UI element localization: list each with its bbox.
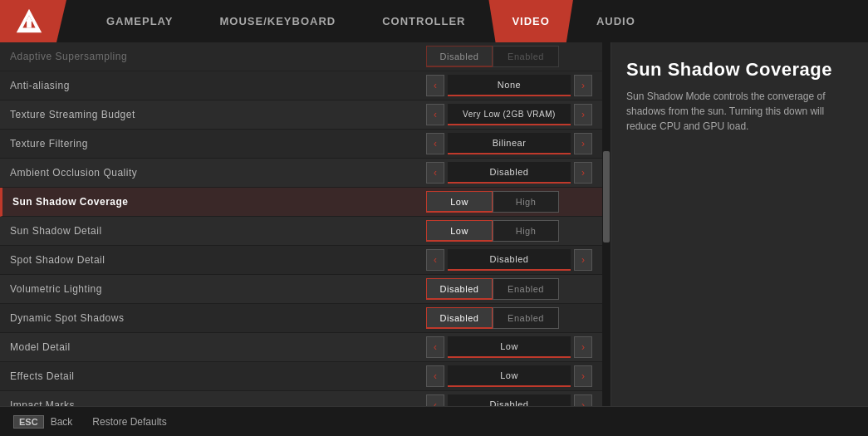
- arrow-right-ambient-occlusion-quality[interactable]: ›: [574, 162, 592, 184]
- toggle-sun-shadow-detail-low[interactable]: Low: [426, 220, 493, 242]
- toggle-sun-shadow-coverage[interactable]: Low High: [426, 191, 559, 213]
- bottom-bar: ESC Back Restore Defaults: [0, 406, 868, 436]
- scroll-thumb[interactable]: [603, 151, 610, 242]
- arrow-left-impact-marks[interactable]: ‹: [426, 394, 444, 406]
- toggle-sun-shadow-coverage-high[interactable]: High: [493, 191, 559, 213]
- toggle-dynamic-spot-shadows-enabled[interactable]: Enabled: [493, 307, 559, 329]
- toggle-sun-shadow-coverage-low[interactable]: Low: [426, 191, 493, 213]
- value-model-detail: Low: [448, 336, 571, 358]
- control-texture-filtering: ‹ Bilinear ›: [426, 133, 592, 154]
- row-dynamic-spot-shadows: Dynamic Spot Shadows Disabled Enabled: [0, 304, 602, 333]
- nav-tabs: GAMEPLAY MOUSE/KEYBOARD CONTROLLER VIDEO…: [66, 0, 868, 42]
- control-dynamic-spot-shadows: Disabled Enabled: [426, 307, 592, 329]
- value-texture-filtering: Bilinear: [448, 133, 571, 154]
- esc-key: ESC: [13, 415, 44, 429]
- tab-gameplay[interactable]: GAMEPLAY: [83, 0, 196, 42]
- value-impact-marks: Disabled: [448, 394, 571, 406]
- row-adaptive-supersampling: Adaptive Supersampling Disabled Enabled: [0, 42, 602, 71]
- row-spot-shadow-detail: Spot Shadow Detail ‹ Disabled ›: [0, 246, 602, 275]
- toggle-dynamic-spot-shadows-disabled[interactable]: Disabled: [426, 307, 493, 329]
- row-ambient-occlusion-quality: Ambient Occlusion Quality ‹ Disabled ›: [0, 159, 602, 188]
- row-effects-detail: Effects Detail ‹ Low ›: [0, 362, 602, 391]
- control-model-detail: ‹ Low ›: [426, 336, 592, 358]
- label-texture-streaming-budget: Texture Streaming Budget: [10, 109, 426, 120]
- arrow-left-model-detail[interactable]: ‹: [426, 336, 444, 358]
- control-texture-streaming-budget: ‹ Very Low (2GB VRAM) ›: [426, 104, 592, 125]
- label-texture-filtering: Texture Filtering: [10, 138, 426, 149]
- settings-list[interactable]: Adaptive Supersampling Disabled Enabled …: [0, 42, 602, 406]
- tab-mouse-keyboard[interactable]: MOUSE/KEYBOARD: [196, 0, 359, 42]
- arrow-left-texture-streaming-budget[interactable]: ‹: [426, 104, 444, 125]
- arrow-right-effects-detail[interactable]: ›: [574, 365, 592, 387]
- info-panel: Sun Shadow Coverage Sun Shadow Mode cont…: [611, 42, 868, 406]
- arrow-right-texture-filtering[interactable]: ›: [574, 133, 592, 154]
- arrow-right-anti-aliasing[interactable]: ›: [574, 75, 592, 96]
- control-impact-marks: ‹ Disabled ›: [426, 394, 592, 406]
- top-nav: GAMEPLAY MOUSE/KEYBOARD CONTROLLER VIDEO…: [0, 0, 868, 42]
- value-ambient-occlusion-quality: Disabled: [448, 162, 571, 184]
- toggle-adaptive-supersampling-enabled[interactable]: Enabled: [493, 46, 559, 67]
- control-sun-shadow-detail: Low High: [426, 220, 592, 242]
- toggle-adaptive-supersampling-disabled[interactable]: Disabled: [426, 46, 493, 67]
- label-ambient-occlusion-quality: Ambient Occlusion Quality: [10, 167, 426, 179]
- arrow-right-model-detail[interactable]: ›: [574, 336, 592, 358]
- label-spot-shadow-detail: Spot Shadow Detail: [10, 254, 426, 266]
- value-effects-detail: Low: [448, 365, 571, 387]
- info-title: Sun Shadow Coverage: [626, 59, 853, 81]
- toggle-sun-shadow-detail-high[interactable]: High: [493, 220, 559, 242]
- control-spot-shadow-detail: ‹ Disabled ›: [426, 249, 592, 271]
- back-label: Back: [51, 416, 73, 428]
- arrow-left-texture-filtering[interactable]: ‹: [426, 133, 444, 154]
- control-adaptive-supersampling: Disabled Enabled: [426, 46, 592, 67]
- row-sun-shadow-detail: Sun Shadow Detail Low High: [0, 217, 602, 246]
- row-volumetric-lighting: Volumetric Lighting Disabled Enabled: [0, 275, 602, 304]
- row-impact-marks: Impact Marks ‹ Disabled ›: [0, 391, 602, 406]
- value-texture-streaming-budget: Very Low (2GB VRAM): [448, 104, 571, 125]
- toggle-adaptive-supersampling[interactable]: Disabled Enabled: [426, 46, 559, 67]
- back-item[interactable]: ESC Back: [13, 415, 72, 429]
- label-impact-marks: Impact Marks: [10, 399, 426, 406]
- label-anti-aliasing: Anti-aliasing: [10, 80, 426, 91]
- tab-controller[interactable]: CONTROLLER: [359, 0, 488, 42]
- restore-defaults-label: Restore Defaults: [92, 416, 166, 428]
- toggle-volumetric-lighting[interactable]: Disabled Enabled: [426, 278, 559, 300]
- row-texture-streaming-budget: Texture Streaming Budget ‹ Very Low (2GB…: [0, 100, 602, 130]
- row-anti-aliasing: Anti-aliasing ‹ None ›: [0, 71, 602, 100]
- label-effects-detail: Effects Detail: [10, 370, 426, 382]
- value-anti-aliasing: None: [448, 75, 571, 96]
- control-volumetric-lighting: Disabled Enabled: [426, 278, 592, 300]
- toggle-volumetric-lighting-enabled[interactable]: Enabled: [493, 278, 559, 300]
- scrollbar[interactable]: [602, 42, 611, 406]
- logo-area: [0, 0, 66, 42]
- label-sun-shadow-detail: Sun Shadow Detail: [10, 225, 426, 237]
- info-description: Sun Shadow Mode controls the converage o…: [626, 89, 853, 134]
- label-dynamic-spot-shadows: Dynamic Spot Shadows: [10, 312, 426, 324]
- toggle-sun-shadow-detail[interactable]: Low High: [426, 220, 559, 242]
- restore-defaults-item[interactable]: Restore Defaults: [92, 416, 166, 428]
- row-model-detail: Model Detail ‹ Low ›: [0, 333, 602, 362]
- arrow-right-texture-streaming-budget[interactable]: ›: [574, 104, 592, 125]
- control-ambient-occlusion-quality: ‹ Disabled ›: [426, 162, 592, 184]
- control-anti-aliasing: ‹ None ›: [426, 75, 592, 96]
- toggle-dynamic-spot-shadows[interactable]: Disabled Enabled: [426, 307, 559, 329]
- label-sun-shadow-coverage: Sun Shadow Coverage: [12, 196, 426, 208]
- row-sun-shadow-coverage: Sun Shadow Coverage Low High: [0, 188, 602, 217]
- tab-audio[interactable]: AUDIO: [573, 0, 659, 42]
- label-adaptive-supersampling: Adaptive Supersampling: [10, 51, 426, 62]
- label-model-detail: Model Detail: [10, 341, 426, 353]
- main-content: Adaptive Supersampling Disabled Enabled …: [0, 42, 868, 406]
- arrow-right-spot-shadow-detail[interactable]: ›: [574, 249, 592, 271]
- value-spot-shadow-detail: Disabled: [448, 249, 571, 271]
- tab-video[interactable]: VIDEO: [488, 0, 572, 42]
- arrow-left-anti-aliasing[interactable]: ‹: [426, 75, 444, 96]
- toggle-volumetric-lighting-disabled[interactable]: Disabled: [426, 278, 493, 300]
- row-texture-filtering: Texture Filtering ‹ Bilinear ›: [0, 130, 602, 159]
- arrow-right-impact-marks[interactable]: ›: [574, 394, 592, 406]
- label-volumetric-lighting: Volumetric Lighting: [10, 283, 426, 295]
- arrow-left-ambient-occlusion-quality[interactable]: ‹: [426, 162, 444, 184]
- control-effects-detail: ‹ Low ›: [426, 365, 592, 387]
- arrow-left-effects-detail[interactable]: ‹: [426, 365, 444, 387]
- apex-logo: [13, 6, 45, 37]
- control-sun-shadow-coverage: Low High: [426, 191, 592, 213]
- arrow-left-spot-shadow-detail[interactable]: ‹: [426, 249, 444, 271]
